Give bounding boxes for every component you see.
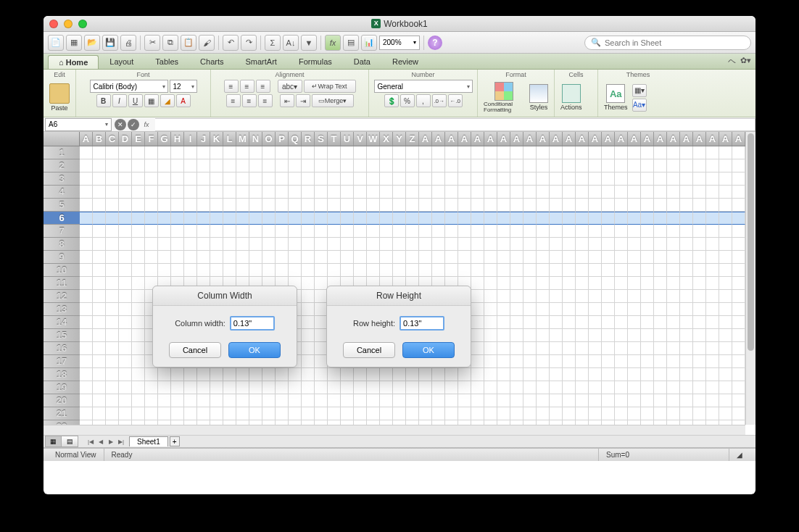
show-button[interactable]: ▤ xyxy=(343,35,359,51)
cell[interactable] xyxy=(223,407,236,420)
cell[interactable] xyxy=(706,146,719,159)
column-header[interactable]: B xyxy=(93,132,106,146)
cell[interactable] xyxy=(132,225,145,238)
cell[interactable] xyxy=(497,381,510,394)
cell[interactable] xyxy=(458,407,471,420)
cell[interactable] xyxy=(680,407,693,420)
cell[interactable] xyxy=(563,290,576,303)
cell[interactable] xyxy=(667,146,680,159)
cell[interactable] xyxy=(510,146,523,159)
cell[interactable] xyxy=(563,146,576,159)
cell[interactable] xyxy=(510,277,523,290)
cell[interactable] xyxy=(680,303,693,316)
cell[interactable] xyxy=(550,199,563,212)
cell[interactable] xyxy=(380,238,393,251)
cell[interactable] xyxy=(680,342,693,355)
cell[interactable] xyxy=(563,251,576,264)
cell[interactable] xyxy=(654,277,667,290)
column-header[interactable]: A xyxy=(732,132,745,146)
cell[interactable] xyxy=(380,251,393,264)
cell[interactable] xyxy=(276,212,289,225)
cell[interactable] xyxy=(654,146,667,159)
cell[interactable] xyxy=(576,342,589,355)
row-header[interactable]: 11 xyxy=(44,277,80,290)
cell[interactable] xyxy=(445,199,458,212)
cell[interactable] xyxy=(171,407,184,420)
row-header[interactable]: 16 xyxy=(44,342,80,355)
cell[interactable] xyxy=(341,251,354,264)
column-header[interactable]: A xyxy=(510,132,523,146)
cell[interactable] xyxy=(158,146,171,159)
cell[interactable] xyxy=(262,199,276,212)
cell[interactable] xyxy=(249,159,262,173)
cell[interactable] xyxy=(106,394,119,407)
cell[interactable] xyxy=(328,159,341,173)
print-button[interactable]: 🖨 xyxy=(120,35,136,51)
cell[interactable] xyxy=(132,303,145,316)
cell[interactable] xyxy=(667,329,680,342)
cell[interactable] xyxy=(432,225,445,238)
cell[interactable] xyxy=(523,303,537,316)
tab-home[interactable]: Home xyxy=(48,55,99,69)
name-box[interactable]: A6▾ xyxy=(45,118,112,131)
cell[interactable] xyxy=(654,212,667,225)
cell[interactable] xyxy=(510,173,523,186)
cell[interactable] xyxy=(184,368,197,381)
cell[interactable] xyxy=(471,159,484,173)
cell[interactable] xyxy=(302,225,315,238)
cell[interactable] xyxy=(236,264,249,277)
cell[interactable] xyxy=(628,225,641,238)
cell[interactable] xyxy=(132,277,145,290)
column-header[interactable]: R xyxy=(302,132,315,146)
cell[interactable] xyxy=(484,159,497,173)
cell[interactable] xyxy=(641,290,654,303)
cell[interactable] xyxy=(380,381,393,394)
cell[interactable] xyxy=(719,355,732,368)
cell[interactable] xyxy=(432,251,445,264)
cell[interactable] xyxy=(80,146,93,159)
cell[interactable] xyxy=(576,329,589,342)
cell[interactable] xyxy=(419,238,432,251)
cell[interactable] xyxy=(628,342,641,355)
cell[interactable] xyxy=(706,199,719,212)
cell[interactable] xyxy=(719,277,732,290)
row-header[interactable]: 3 xyxy=(44,173,80,186)
cell[interactable] xyxy=(80,329,93,342)
cell[interactable] xyxy=(119,381,132,394)
status-resize-grip[interactable]: ◢ xyxy=(729,449,751,461)
cell[interactable] xyxy=(93,186,106,199)
cell[interactable] xyxy=(419,407,432,420)
cell[interactable] xyxy=(576,316,589,329)
cell[interactable] xyxy=(706,277,719,290)
cell[interactable] xyxy=(615,355,628,368)
cell[interactable] xyxy=(445,159,458,173)
cell[interactable] xyxy=(406,407,419,420)
cell[interactable] xyxy=(106,225,119,238)
search-box[interactable]: 🔍 xyxy=(584,36,751,50)
select-all-corner[interactable] xyxy=(44,132,80,146)
cell[interactable] xyxy=(276,146,289,159)
cell[interactable] xyxy=(589,199,602,212)
cell[interactable] xyxy=(236,407,249,420)
cell[interactable] xyxy=(302,212,315,225)
cell[interactable] xyxy=(393,251,406,264)
cell[interactable] xyxy=(380,146,393,159)
cell[interactable] xyxy=(419,173,432,186)
cell[interactable] xyxy=(419,186,432,199)
cell[interactable] xyxy=(93,407,106,420)
cell[interactable] xyxy=(197,212,210,225)
cell[interactable] xyxy=(484,173,497,186)
cell[interactable] xyxy=(706,264,719,277)
cell[interactable] xyxy=(471,212,484,225)
cell[interactable] xyxy=(550,290,563,303)
cell[interactable] xyxy=(132,329,145,342)
number-format-select[interactable]: General xyxy=(374,80,473,93)
cell[interactable] xyxy=(706,173,719,186)
search-input[interactable] xyxy=(605,38,745,47)
cell[interactable] xyxy=(654,381,667,394)
cell[interactable] xyxy=(289,212,302,225)
cell[interactable] xyxy=(276,381,289,394)
cell[interactable] xyxy=(341,381,354,394)
cell[interactable] xyxy=(732,355,745,368)
cell[interactable] xyxy=(680,381,693,394)
